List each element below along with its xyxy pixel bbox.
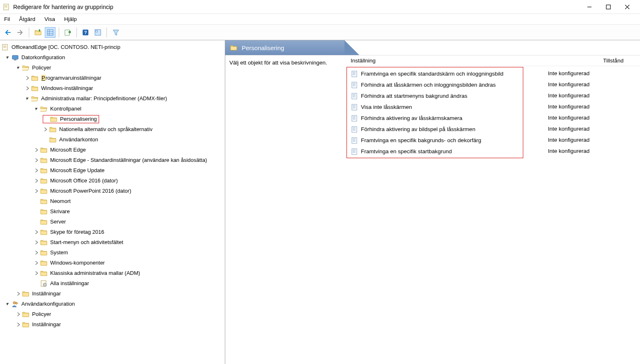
menu-file[interactable]: Fil — [4, 16, 10, 22]
setting-item[interactable]: Förhindra att startmenyns bakgrund ändra… — [347, 90, 523, 101]
column-headers[interactable]: Inställning Tillstånd — [347, 55, 640, 66]
setting-state: Inte konfigurerad — [548, 68, 589, 79]
setting-item[interactable]: Framtvinga en specifik bakgrunds- och de… — [347, 135, 523, 146]
tree-edge[interactable]: Microsoft Edge — [0, 145, 225, 155]
menu-help[interactable]: Hjälp — [64, 16, 77, 22]
folder-icon — [50, 116, 58, 122]
setting-item[interactable]: Förhindra aktivering av låsskärmskamera — [347, 113, 523, 124]
tree-windows-components[interactable]: Windows-komponenter — [0, 258, 225, 268]
tree-printers[interactable]: Skrivare — [0, 206, 225, 217]
twisty-closed-icon[interactable] — [16, 322, 21, 327]
tree-windows-settings[interactable]: Windows-inställningar — [0, 83, 225, 93]
tree-start-taskbar[interactable]: Start-menyn och aktivitetsfältet — [0, 237, 225, 247]
properties-button[interactable] — [92, 27, 103, 38]
twisty-open-icon[interactable] — [5, 55, 11, 60]
users-icon — [12, 301, 19, 307]
select-hint: Välj ett objekt för att visa beskrivning… — [229, 60, 327, 66]
tree-preferences[interactable]: Inställningar — [0, 288, 225, 299]
tree-computer-config[interactable]: Datorkonfiguration — [0, 52, 225, 62]
twisty-closed-icon[interactable] — [16, 311, 21, 317]
twisty-closed-icon[interactable] — [34, 260, 39, 266]
twisty-closed-icon[interactable] — [16, 291, 21, 297]
tree-policies[interactable]: Policyer — [0, 62, 225, 73]
setting-item[interactable]: Förhindra att låsskärmen och inloggnings… — [347, 79, 523, 90]
forward-button[interactable] — [15, 27, 25, 38]
export-list-button[interactable] — [62, 27, 73, 38]
twisty-closed-icon[interactable] — [25, 85, 30, 91]
close-button[interactable] — [618, 1, 637, 13]
twisty-closed-icon[interactable] — [34, 188, 39, 194]
computer-icon — [12, 54, 19, 61]
tree-powerpoint2016[interactable]: Microsoft PowerPoint 2016 (dator) — [0, 186, 225, 196]
twisty-closed-icon[interactable] — [34, 157, 39, 163]
tree-edge-update[interactable]: Microsoft Edge Update — [0, 165, 225, 175]
folder-icon — [40, 157, 48, 164]
folder-icon — [40, 270, 48, 276]
folder-icon — [40, 198, 48, 205]
policy-icon — [351, 104, 358, 111]
help-button[interactable] — [80, 27, 91, 38]
col-state[interactable]: Tillstånd — [603, 58, 640, 64]
menu-bar: Fil Åtgärd Visa Hjälp — [0, 14, 640, 25]
tree-control-panel[interactable]: Kontrollpanel — [0, 104, 225, 114]
twisty-closed-icon[interactable] — [34, 168, 39, 173]
policy-icon — [351, 115, 358, 122]
folder-icon — [40, 249, 48, 256]
twisty-closed-icon[interactable] — [34, 178, 39, 184]
tree-pane[interactable]: OfficeandEdge [OC. CONTOSO. NETI-princip… — [0, 40, 225, 364]
folder-icon — [230, 44, 238, 51]
twisty-closed-icon[interactable] — [34, 147, 39, 153]
tree-system[interactable]: System — [0, 247, 225, 258]
folder-icon — [31, 75, 39, 81]
tree-admin-templates[interactable]: Administrativa mallar: Principdefinition… — [0, 93, 225, 104]
tree-edge-default[interactable]: Microsoft Edge - Standardinställningar (… — [0, 155, 225, 165]
twisty-open-icon[interactable] — [5, 301, 11, 307]
folder-icon — [49, 136, 57, 143]
maximize-button[interactable] — [599, 1, 618, 13]
setting-item[interactable]: Framtvinga en specifik startbakgrund — [347, 146, 523, 157]
tree-software-settings[interactable]: Programvaruinställningar — [0, 73, 225, 83]
tree-office2016[interactable]: Microsoft Office 2016 (dator) — [0, 175, 225, 186]
tree-server[interactable]: Server — [0, 217, 225, 227]
setting-state: Inte konfigurerad — [548, 79, 589, 90]
tree-user-config[interactable]: Användarkonfiguration — [0, 299, 225, 309]
folder-icon — [40, 177, 48, 184]
tree-regional-lang[interactable]: Nationella alternativ och språkalternati… — [0, 124, 225, 134]
setting-label: Framtvinga en specifik bakgrunds- och de… — [361, 137, 481, 143]
menu-view[interactable]: Visa — [44, 16, 55, 22]
twisty-open-icon[interactable] — [16, 65, 21, 71]
setting-item[interactable]: Förhindra aktivering av bildspel på låss… — [347, 124, 523, 135]
minimize-button[interactable] — [580, 1, 599, 13]
folder-icon — [40, 239, 48, 246]
setting-label: Förhindra aktivering av låsskärmskamera — [361, 115, 462, 121]
twisty-open-icon[interactable] — [25, 96, 30, 101]
filter-button[interactable] — [110, 27, 121, 38]
tree-skype[interactable]: Skype för företag 2016 — [0, 227, 225, 237]
up-folder-button[interactable] — [32, 27, 43, 38]
menu-action[interactable]: Åtgärd — [19, 16, 35, 22]
tree-root[interactable]: OfficeandEdge [OC. CONTOSO. NETI-princip — [0, 42, 225, 52]
tree-user-policies[interactable]: Policyer — [0, 309, 225, 319]
twisty-closed-icon[interactable] — [25, 75, 30, 81]
twisty-closed-icon[interactable] — [34, 250, 39, 256]
tree-user-accounts[interactable]: Användarkonton — [0, 134, 225, 145]
folder-icon — [40, 219, 48, 225]
setting-item[interactable]: Framtvinga en specifik standardskärm och… — [347, 68, 523, 79]
folder-icon — [40, 167, 48, 174]
back-button[interactable] — [2, 27, 13, 38]
tree-all-settings[interactable]: Alla inställningar — [0, 278, 225, 288]
twisty-closed-icon[interactable] — [34, 270, 39, 276]
policy-icon — [351, 82, 358, 88]
tree-classic-adm[interactable]: Klassiska administrativa mallar (ADM) — [0, 268, 225, 278]
folder-open-icon — [31, 95, 39, 102]
twisty-closed-icon[interactable] — [34, 229, 39, 235]
tree-user-preferences[interactable]: Inställningar — [0, 319, 225, 329]
twisty-closed-icon[interactable] — [43, 127, 49, 132]
setting-item[interactable]: Visa inte låsskärmen — [347, 101, 523, 113]
show-hide-tree-button[interactable] — [45, 27, 55, 38]
col-setting[interactable]: Inställning — [347, 58, 544, 64]
tree-neomort[interactable]: Neomort — [0, 196, 225, 206]
twisty-open-icon[interactable] — [34, 106, 39, 112]
twisty-closed-icon[interactable] — [34, 240, 39, 245]
tree-personalization[interactable]: Personalisering — [0, 114, 225, 124]
